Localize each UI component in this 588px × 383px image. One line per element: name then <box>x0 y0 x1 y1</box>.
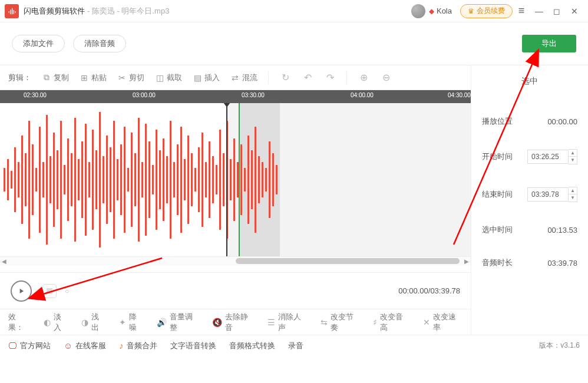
start-up-button[interactable]: ▲ <box>569 150 577 157</box>
start-time-input[interactable] <box>527 150 569 164</box>
vip-renew-button[interactable]: ♛ 会员续费 <box>460 4 513 18</box>
minimize-button[interactable]: — <box>530 2 548 20</box>
vip-label: 会员续费 <box>477 6 505 16</box>
close-button[interactable]: ✕ <box>566 2 583 20</box>
waveform <box>0 103 279 256</box>
silence-icon: 🔇 <box>212 318 222 327</box>
play-position-value: 00:00.00 <box>547 117 577 126</box>
start-down-button[interactable]: ▼ <box>569 157 577 164</box>
stop-button[interactable] <box>42 284 57 298</box>
cut-button[interactable]: ✂剪切 <box>117 72 144 83</box>
copy-icon: ⧉ <box>42 73 51 82</box>
record-link[interactable]: 录音 <box>288 341 303 351</box>
action-row: 添加文件 清除音频 导出 <box>0 22 588 65</box>
denoise-icon: ✦ <box>119 318 126 327</box>
timeline: 02:30.0003:00.0003:30.0004:00.0004:30.00… <box>0 90 471 272</box>
undo-button[interactable]: ↶ <box>302 72 313 84</box>
redo-button[interactable]: ↷ <box>324 72 336 84</box>
change-tempo-button[interactable]: ⇆改变节奏 <box>321 312 360 333</box>
audio-duration-label: 音频时长 <box>482 257 513 268</box>
ruler-tick: 02:30.00 <box>24 92 47 98</box>
editor-area: 剪辑： ⧉复制 ⊞粘贴 ✂剪切 ◫截取 ▤插入 ⇄混流 ↻ ↶ ↷ ⊕ ⊖ 02… <box>0 65 588 335</box>
end-up-button[interactable]: ▲ <box>569 187 577 194</box>
left-pane: 剪辑： ⧉复制 ⊞粘贴 ✂剪切 ◫截取 ▤插入 ⇄混流 ↻ ↶ ↷ ⊕ ⊖ 02… <box>0 65 471 335</box>
version-text: 版本：v3.1.6 <box>539 341 580 351</box>
fadeout-icon: ◑ <box>81 318 88 327</box>
format-convert-link[interactable]: 音频格式转换 <box>229 341 275 351</box>
remove-silence-button[interactable]: 🔇去除静音 <box>212 312 255 333</box>
time-ruler[interactable]: 02:30.0003:00.0003:30.0004:00.0004:30.00 <box>0 90 471 103</box>
start-time-label: 开始时间 <box>482 151 513 162</box>
volume-icon[interactable]: ○ <box>65 287 69 295</box>
end-time-label: 结束时间 <box>482 189 513 200</box>
ruler-tick: 04:00.00 <box>351 92 374 98</box>
mix-button[interactable]: ⇄混流 <box>230 72 257 83</box>
change-speed-button[interactable]: ✕改变速率 <box>423 312 463 333</box>
add-file-button[interactable]: 添加文件 <box>12 35 65 52</box>
clear-audio-button[interactable]: 清除音频 <box>73 35 126 52</box>
playhead[interactable] <box>226 103 227 256</box>
bottom-bar: 🖵官方网站 ☺在线客服 ♪音频合并 文字语音转换 音频格式转换 录音 版本：v3… <box>0 335 588 356</box>
zoom-out-button[interactable]: ⊖ <box>380 72 392 84</box>
support-icon: ☺ <box>64 341 72 351</box>
current-file-name: - 陈奕迅 - 明年今日.mp3 <box>87 6 169 16</box>
ruler-tick: 03:30.00 <box>242 92 265 98</box>
ruler-tick: 04:30.00 <box>448 92 471 98</box>
scroll-left-button[interactable]: ◀ <box>0 257 8 266</box>
crop-icon: ◫ <box>155 73 164 82</box>
merge-icon: ♪ <box>119 341 124 351</box>
audio-merge-link[interactable]: ♪音频合并 <box>119 341 157 351</box>
support-link[interactable]: ☺在线客服 <box>64 341 106 351</box>
end-time-input[interactable] <box>527 187 569 202</box>
right-pane: 选中 播放位置 00:00.00 开始时间 ▲▼ 结束时间 ▲▼ 选中时间 00… <box>471 65 588 335</box>
official-site-link[interactable]: 🖵官方网站 <box>8 341 51 351</box>
edit-label: 剪辑： <box>8 72 31 83</box>
denoise-button[interactable]: ✦降噪 <box>119 312 144 333</box>
titlebar: 闪电音频剪辑软件 - 陈奕迅 - 明年今日.mp3 ◆ Kola ♛ 会员续费 … <box>0 0 588 22</box>
user-name: Kola <box>437 6 452 15</box>
remove-vocal-button[interactable]: ☰消除人声 <box>267 312 308 333</box>
tempo-icon: ⇆ <box>321 318 328 327</box>
stop-icon <box>47 288 52 294</box>
play-icon <box>17 287 25 295</box>
fadein-button[interactable]: ◐淡入 <box>44 312 68 333</box>
fadeout-button[interactable]: ◑浅出 <box>81 312 106 333</box>
end-down-button[interactable]: ▼ <box>569 194 577 202</box>
vocal-icon: ☰ <box>267 318 275 327</box>
paste-button[interactable]: ⊞粘贴 <box>80 72 107 83</box>
zoom-in-button[interactable]: ⊕ <box>358 72 369 84</box>
user-avatar[interactable] <box>411 4 425 18</box>
volume-adjust-icon: 🔊 <box>157 318 167 327</box>
total-time: 03:39.78 <box>430 286 460 295</box>
effects-label: 效果： <box>8 312 31 333</box>
time-display: 00:00.00/03:39.78 <box>398 286 460 295</box>
scrollbar-thumb[interactable] <box>236 258 460 264</box>
play-button[interactable] <box>11 280 32 302</box>
toolbar-separator <box>346 71 347 84</box>
selection-duration-label: 选中时间 <box>482 224 513 235</box>
monitor-icon: 🖵 <box>8 341 17 351</box>
copy-button[interactable]: ⧉复制 <box>42 72 69 83</box>
toolbar-separator <box>268 71 269 84</box>
crop-button[interactable]: ◫截取 <box>155 72 182 83</box>
selection-title: 选中 <box>482 76 577 87</box>
insert-button[interactable]: ▤插入 <box>193 72 220 83</box>
volume-button[interactable]: 🔊音量调整 <box>157 312 199 333</box>
waveform-area[interactable] <box>0 103 471 256</box>
gem-icon: ◆ <box>429 7 434 15</box>
maximize-button[interactable]: ◻ <box>548 2 566 20</box>
change-pitch-button[interactable]: ♯改变音高 <box>373 312 409 333</box>
crown-icon: ♛ <box>468 7 474 15</box>
tts-link[interactable]: 文字语音转换 <box>170 341 216 351</box>
pitch-icon: ♯ <box>373 318 377 327</box>
ruler-tick: 03:00.00 <box>133 92 156 98</box>
export-button[interactable]: 导出 <box>522 35 576 52</box>
scissors-icon: ✂ <box>117 73 127 82</box>
audio-duration-value: 03:39.78 <box>547 259 577 268</box>
history-button[interactable]: ↻ <box>279 72 291 84</box>
svg-rect-0 <box>47 288 52 294</box>
menu-button[interactable]: ≡ <box>513 2 530 20</box>
mix-icon: ⇄ <box>230 73 240 82</box>
scroll-right-button[interactable]: ▶ <box>463 257 471 266</box>
horizontal-scrollbar[interactable]: ◀ ▶ <box>0 256 471 266</box>
